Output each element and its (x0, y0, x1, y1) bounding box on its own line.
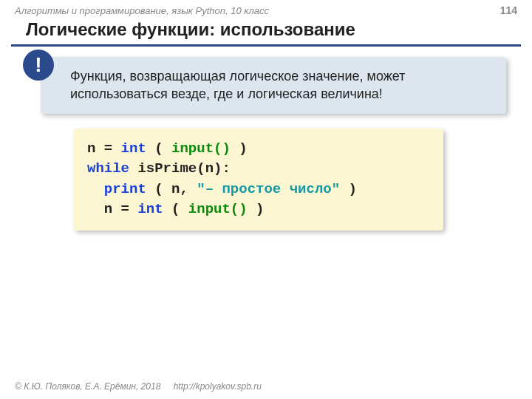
exclamation-icon: ! (23, 50, 54, 81)
code-block: n = int ( input() ) while isPrime(n): pr… (74, 129, 443, 231)
callout-text: Функция, возвращающая логическое значени… (70, 69, 405, 101)
course-label: Алгоритмы и программирование, язык Pytho… (15, 5, 269, 16)
page-title: Логические функции: использование (11, 18, 521, 47)
copyright: © К.Ю. Поляков, Е.А. Ерёмин, 2018 (15, 381, 160, 392)
page-number: 114 (500, 4, 517, 16)
header-bar: Алгоритмы и программирование, язык Pytho… (0, 0, 532, 18)
footer: © К.Ю. Поляков, Е.А. Ерёмин, 2018 http:/… (15, 381, 262, 392)
callout-box: ! Функция, возвращающая логическое значе… (41, 57, 506, 114)
footer-url: http://kpolyakov.spb.ru (174, 381, 262, 392)
